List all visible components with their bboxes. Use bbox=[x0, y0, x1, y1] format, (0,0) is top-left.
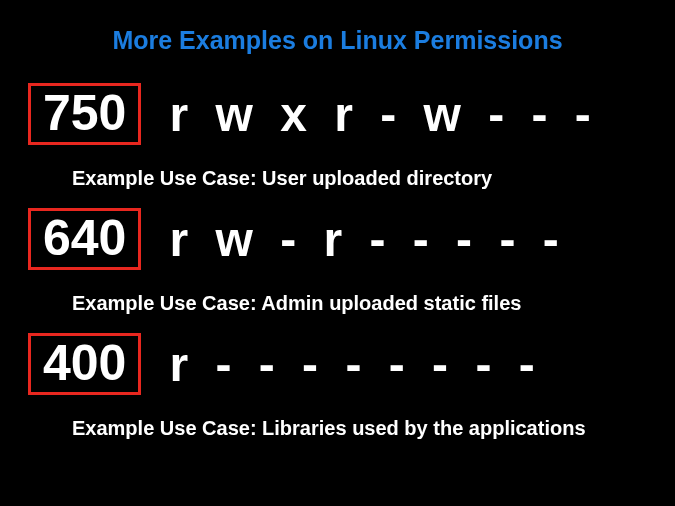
use-case-text: Example Use Case: Admin uploaded static … bbox=[0, 292, 675, 315]
octal-badge: 750 bbox=[28, 83, 141, 145]
permission-row: 640 r w - r - - - - - bbox=[0, 208, 675, 270]
symbolic-permissions: r w x r - w - - - bbox=[169, 87, 592, 142]
symbolic-permissions: r w - r - - - - - bbox=[169, 212, 560, 267]
slide-title: More Examples on Linux Permissions bbox=[0, 0, 675, 65]
permission-row: 750 r w x r - w - - - bbox=[0, 83, 675, 145]
permission-row: 400 r - - - - - - - - bbox=[0, 333, 675, 395]
octal-badge: 400 bbox=[28, 333, 141, 395]
use-case-text: Example Use Case: Libraries used by the … bbox=[0, 417, 675, 440]
octal-badge: 640 bbox=[28, 208, 141, 270]
use-case-text: Example Use Case: User uploaded director… bbox=[0, 167, 675, 190]
symbolic-permissions: r - - - - - - - - bbox=[169, 337, 536, 392]
